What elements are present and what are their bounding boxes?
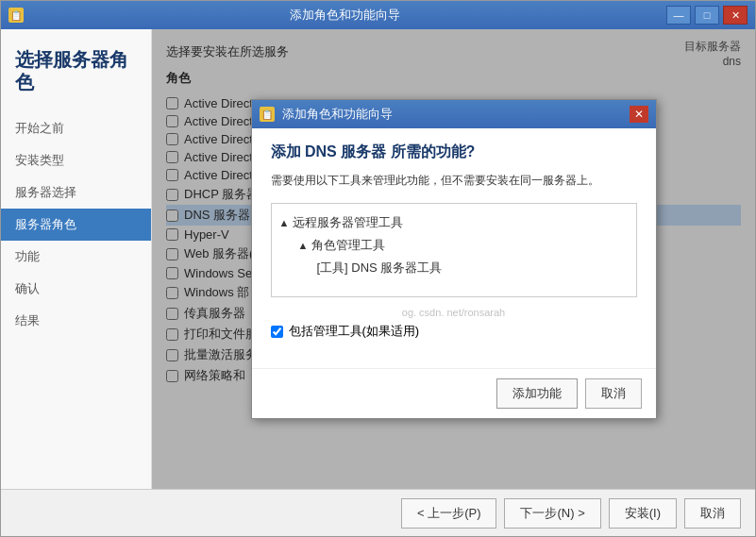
- add-feature-button[interactable]: 添加功能: [496, 378, 578, 409]
- tree-item-0: ▲ 远程服务器管理工具: [279, 211, 629, 234]
- modal-heading: 添加 DNS 服务器 所需的功能?: [271, 143, 637, 162]
- main-window: 📋 添加角色和功能向导 — □ ✕ 选择服务器角色 开始之前 安装类型 服务器选…: [0, 0, 756, 537]
- modal-title-bar: 📋 添加角色和功能向导 ✕: [252, 100, 656, 128]
- close-button[interactable]: ✕: [723, 6, 748, 25]
- window-icon: 📋: [8, 8, 24, 23]
- content-area: 选择服务器角色 开始之前 安装类型 服务器选择 服务器角色 功能 确认 结果 目…: [1, 29, 755, 489]
- checkbox-row: 包括管理工具(如果适用): [271, 323, 637, 340]
- prev-button[interactable]: < 上一步(P): [401, 498, 497, 529]
- sidebar: 选择服务器角色 开始之前 安装类型 服务器选择 服务器角色 功能 确认 结果: [1, 29, 152, 489]
- main-content: 目标服务器 dns 选择要安装在所选服务 角色 Active Direct Ac…: [152, 29, 755, 489]
- sidebar-item-results[interactable]: 结果: [1, 305, 151, 337]
- sidebar-item-confirm[interactable]: 确认: [1, 273, 151, 305]
- minimize-button[interactable]: —: [666, 6, 691, 25]
- sidebar-item-install-type[interactable]: 安装类型: [1, 144, 151, 176]
- modal-icon: 📋: [260, 107, 275, 122]
- watermark: og. csdn. net/ronsarah: [271, 307, 637, 318]
- modal-title: 添加角色和功能向导: [282, 106, 393, 123]
- install-button[interactable]: 安装(I): [609, 498, 677, 529]
- checkbox-label: 包括管理工具(如果适用): [289, 323, 420, 340]
- include-tools-checkbox[interactable]: [271, 326, 283, 338]
- modal-footer: 添加功能 取消: [252, 368, 656, 418]
- bottom-bar: < 上一步(P) 下一步(N) > 安装(I) 取消: [1, 489, 755, 536]
- modal-overlay: 📋 添加角色和功能向导 ✕ 添加 DNS 服务器 所需的功能? 需要使用以下工具…: [152, 29, 755, 489]
- modal-dialog: 📋 添加角色和功能向导 ✕ 添加 DNS 服务器 所需的功能? 需要使用以下工具…: [251, 99, 657, 419]
- title-bar-controls: — □ ✕: [666, 6, 748, 25]
- restore-button[interactable]: □: [695, 6, 719, 25]
- sidebar-item-features[interactable]: 功能: [1, 241, 151, 273]
- tree-arrow-1: ▲: [298, 240, 309, 251]
- sidebar-item-server-select[interactable]: 服务器选择: [1, 176, 151, 209]
- modal-title-content: 📋 添加角色和功能向导: [260, 106, 393, 123]
- tree-container: ▲ 远程服务器管理工具 ▲ 角色管理工具 [工具] DNS 服务器工具: [271, 203, 637, 297]
- cancel-button[interactable]: 取消: [684, 498, 741, 529]
- sidebar-item-before[interactable]: 开始之前: [1, 112, 151, 144]
- modal-cancel-button[interactable]: 取消: [585, 378, 642, 409]
- window-title: 添加角色和功能向导: [24, 7, 666, 24]
- modal-body: 添加 DNS 服务器 所需的功能? 需要使用以下工具来管理此功能，但不需要安装在…: [252, 128, 656, 368]
- sidebar-title: 选择服务器角色: [1, 48, 151, 112]
- modal-description: 需要使用以下工具来管理此功能，但不需要安装在同一服务器上。: [271, 172, 637, 189]
- modal-close-button[interactable]: ✕: [630, 106, 648, 123]
- title-bar: 📋 添加角色和功能向导 — □ ✕: [1, 1, 755, 29]
- sidebar-item-server-roles[interactable]: 服务器角色: [1, 209, 151, 241]
- next-button[interactable]: 下一步(N) >: [504, 498, 600, 529]
- tree-item-2: [工具] DNS 服务器工具: [279, 257, 629, 279]
- tree-item-1: ▲ 角色管理工具: [279, 234, 629, 257]
- tree-arrow-0: ▲: [279, 217, 290, 228]
